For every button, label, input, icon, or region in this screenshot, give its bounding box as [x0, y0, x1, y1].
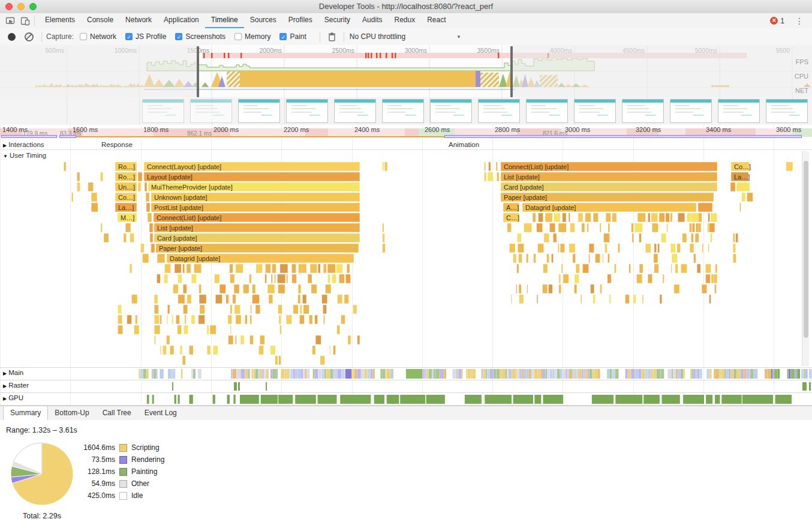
interaction-bar[interactable]: [1, 135, 57, 138]
tab-elements[interactable]: Elements: [39, 13, 81, 28]
capture-memory-checkbox[interactable]: Memory: [234, 32, 270, 41]
screenshot-thumbnail[interactable]: [286, 99, 328, 123]
tab-timeline[interactable]: Timeline: [205, 13, 244, 28]
summary-pane: Range: 1.32s – 3.61s 1604.6msScripting73…: [0, 420, 812, 525]
thumbnail-header: [575, 100, 615, 103]
interactions-track-label[interactable]: ▶Interactions: [3, 141, 44, 148]
detail-tab-event-log[interactable]: Event Log: [138, 406, 184, 420]
total-text: Total: 2.29s: [23, 512, 61, 520]
thumbnail-header: [335, 100, 375, 103]
svg-text:La…]: La…]: [118, 204, 134, 211]
thumbnail-header: [718, 100, 759, 103]
response-bar[interactable]: [76, 136, 444, 137]
ruler-tick-label: 3000 ms: [565, 126, 590, 133]
screenshot-thumbnail[interactable]: [574, 99, 616, 123]
filmstrip-separator: [67, 97, 67, 125]
user-timing-header[interactable]: ▼User Timing: [0, 151, 812, 161]
collapse-triangle-icon: ▶: [3, 383, 7, 389]
legend-row: 54.9msOther: [78, 478, 164, 490]
screenshot-thumbnail[interactable]: [430, 99, 472, 123]
tab-redux[interactable]: Redux: [388, 13, 421, 28]
thread-tracks[interactable]: [0, 367, 812, 406]
checkbox-label: Screenshots: [185, 32, 225, 41]
timeline-overview[interactable]: 500ms1000ms1500ms2000ms2500ms3000ms3500m…: [0, 45, 812, 97]
close-button[interactable]: [5, 3, 13, 10]
scrollbar-thumb[interactable]: [804, 161, 808, 338]
raster-track-label[interactable]: ▶Raster: [3, 382, 29, 389]
cpu-throttling-select[interactable]: No CPU throttling ▼: [350, 32, 461, 41]
traffic-lights: [5, 3, 37, 10]
zoom-button[interactable]: [29, 3, 37, 10]
animation-bar[interactable]: [444, 135, 802, 138]
thumbnail-header: [191, 100, 231, 103]
checkbox-label: Paint: [290, 32, 306, 41]
capture-screenshots-checkbox[interactable]: ✓Screenshots: [175, 32, 225, 41]
ruler-tick-label: 2800 ms: [495, 126, 520, 133]
svg-text:Un…]: Un…]: [118, 184, 135, 191]
capture-paint-checkbox[interactable]: ✓Paint: [279, 32, 306, 41]
user-timing-flamechart[interactable]: Ro…]Ro…]Un…]Co…]La…]M…]Connect(Layout) […: [0, 161, 812, 367]
screenshot-thumbnail[interactable]: [478, 99, 520, 123]
legend-row: 73.5msRendering: [78, 454, 164, 466]
svg-text:Co…]: Co…]: [734, 163, 751, 170]
checked-checkbox-icon: ✓: [125, 33, 133, 40]
legend-row: 1604.6msScripting: [78, 442, 164, 454]
tab-sources[interactable]: Sources: [244, 13, 282, 28]
inspect-element-icon[interactable]: [5, 16, 15, 26]
clear-button[interactable]: [25, 32, 34, 41]
screenshot-thumbnail[interactable]: [334, 99, 376, 123]
checked-checkbox-icon: ✓: [175, 33, 182, 40]
svg-text:NET: NET: [795, 87, 808, 94]
svg-text:FPS: FPS: [796, 58, 808, 65]
flamechart-scrollbar[interactable]: [802, 151, 809, 366]
tab-network[interactable]: Network: [119, 13, 158, 28]
tab-console[interactable]: Console: [81, 13, 119, 28]
thumbnail-header: [287, 100, 327, 103]
interaction-bar[interactable]: [59, 135, 76, 138]
screenshot-thumbnail[interactable]: [526, 99, 568, 123]
tab-application[interactable]: Application: [158, 13, 205, 28]
detail-tab-call-tree[interactable]: Call Tree: [96, 406, 138, 420]
record-button[interactable]: [8, 33, 16, 41]
panel-tabs: ElementsConsoleNetworkApplicationTimelin…: [39, 13, 452, 28]
error-badge-icon[interactable]: ✕: [770, 17, 778, 25]
svg-text:Connect(Layout) [update]: Connect(Layout) [update]: [147, 163, 221, 170]
screenshot-thumbnail[interactable]: [382, 99, 424, 123]
screenshot-thumbnail[interactable]: [622, 99, 664, 123]
tabbar-right: ✕ 1 ⋮: [770, 16, 808, 26]
trash-icon[interactable]: [328, 32, 336, 41]
legend-row: 128.1msPainting: [78, 466, 164, 478]
svg-text:Datagrid [update]: Datagrid [update]: [170, 255, 220, 262]
checkbox-label: JS Profile: [136, 32, 166, 41]
svg-text:Datagrid [update]: Datagrid [update]: [525, 204, 576, 211]
tab-audits[interactable]: Audits: [356, 13, 388, 28]
minimize-button[interactable]: [17, 3, 25, 10]
svg-text:Card [update]: Card [update]: [504, 184, 544, 191]
device-toolbar-icon[interactable]: [20, 16, 30, 26]
detail-tab-summary[interactable]: Summary: [3, 406, 48, 420]
screenshot-thumbnail[interactable]: [670, 99, 712, 123]
tab-react[interactable]: React: [421, 13, 452, 28]
collapse-triangle-icon: ▶: [3, 143, 7, 148]
capture-label: Capture:: [46, 32, 74, 41]
screenshot-thumbnail[interactable]: [142, 99, 184, 123]
legend-label: Scripting: [131, 443, 160, 452]
screenshot-thumbnail[interactable]: [190, 99, 232, 123]
thumbnail-header: [527, 100, 567, 103]
legend-label: Painting: [131, 467, 157, 476]
thumbnail-header: [479, 100, 519, 103]
capture-network-checkbox[interactable]: Network: [80, 32, 116, 41]
tab-profiles[interactable]: Profiles: [282, 13, 318, 28]
svg-text:Co…]: Co…]: [118, 194, 135, 201]
detail-tab-bottom-up[interactable]: Bottom-Up: [48, 406, 95, 420]
overflow-menu-icon[interactable]: ⋮: [795, 16, 804, 26]
screenshot-thumbnail[interactable]: [766, 99, 808, 123]
screenshot-thumbnail[interactable]: [238, 99, 280, 123]
screenshot-thumbnail[interactable]: [718, 99, 760, 123]
gpu-track-label[interactable]: ▶GPU: [3, 394, 23, 401]
thumbnail-header: [143, 100, 184, 103]
main-track-label[interactable]: ▶Main: [3, 369, 23, 376]
screenshot-filmstrip[interactable]: [0, 97, 812, 125]
capture-js-profile-checkbox[interactable]: ✓JS Profile: [125, 32, 166, 41]
tab-security[interactable]: Security: [318, 13, 356, 28]
